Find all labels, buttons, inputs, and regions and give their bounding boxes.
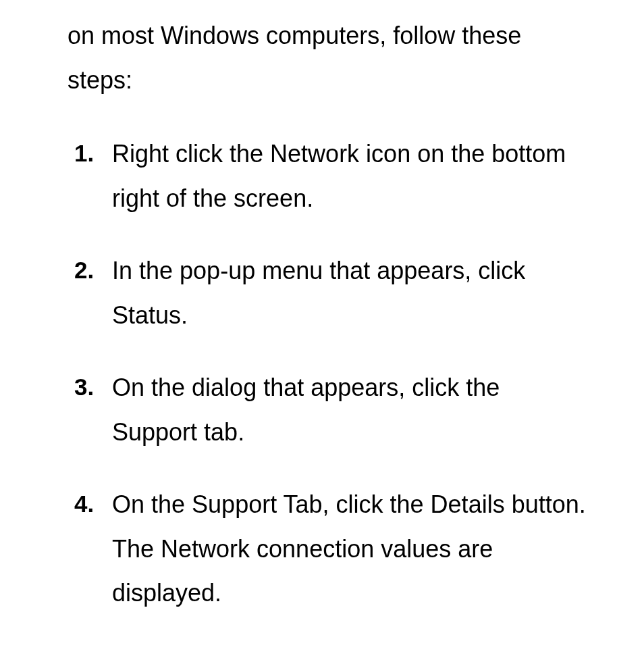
- list-item: On the dialog that appears, click the Su…: [74, 365, 590, 454]
- list-item: In the pop-up menu that appears, click S…: [74, 249, 590, 337]
- steps-list: Right click the Network icon on the bott…: [68, 132, 590, 615]
- intro-paragraph: on most Windows computers, follow these …: [68, 14, 590, 102]
- list-item: Right click the Network icon on the bott…: [74, 132, 590, 220]
- list-item: On the Support Tab, click the Details bu…: [74, 482, 590, 615]
